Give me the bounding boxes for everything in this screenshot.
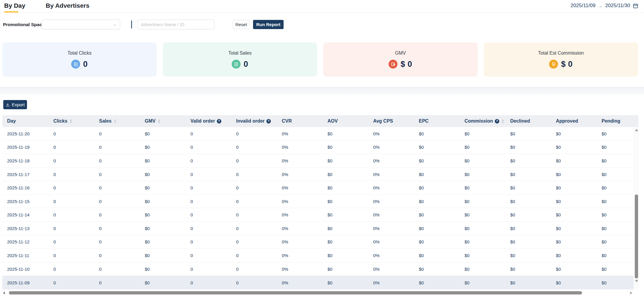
column-label: AOV	[327, 118, 338, 124]
row-cell: $0	[597, 239, 634, 244]
total-sales-value: 0	[244, 60, 248, 69]
row-cell: $0	[460, 199, 505, 204]
row-cell: $0	[551, 131, 597, 136]
total-clicks-card: Total Clicks 0	[2, 42, 157, 77]
row-cell: $0	[597, 267, 634, 272]
table-row[interactable]: 2025-11-1600$0000%$00%$0$0$0$0$0	[2, 181, 634, 195]
info-icon[interactable]: ?	[495, 119, 499, 123]
row-cell: $0	[551, 145, 597, 150]
table-row[interactable]: 2025-11-1400$0000%$00%$0$0$0$0$0	[2, 208, 634, 222]
total-sales-card: Total Sales 0	[163, 42, 317, 77]
row-cell: 0	[49, 185, 94, 190]
sort-icon[interactable]	[70, 119, 72, 123]
row-cell: 0	[94, 239, 140, 244]
calendar-icon[interactable]	[633, 3, 638, 9]
active-tab-underline	[4, 11, 18, 12]
row-cell: $0	[140, 158, 186, 163]
column-header-declined: Declined	[505, 118, 551, 124]
date-range-start: 2025/11/09	[570, 3, 595, 9]
row-day-cell: 2025-11-15	[2, 199, 49, 204]
advertisers-search-input[interactable]	[137, 20, 214, 29]
tab-by-advertisers[interactable]: By Advertisers	[46, 2, 89, 9]
scroll-right-arrow[interactable]	[630, 292, 632, 294]
table-row[interactable]: 2025-11-2000$0000%$00%$0$0$0$0$0	[2, 127, 634, 141]
row-cell: $0	[505, 145, 551, 150]
row-cell: 0	[49, 212, 94, 217]
row-cell: $0	[323, 145, 368, 150]
table-row[interactable]: 2025-11-1800$0000%$00%$0$0$0$0$0	[2, 154, 634, 168]
column-label: Clicks	[53, 118, 67, 124]
row-cell: 0	[231, 131, 277, 136]
row-cell: $0	[597, 172, 634, 177]
row-cell: 0%	[368, 267, 414, 272]
row-cell: $0	[505, 172, 551, 177]
column-header-sales[interactable]: Sales	[94, 118, 140, 124]
column-label: Pending	[602, 118, 620, 124]
row-cell: 0	[94, 226, 140, 231]
column-header-gmv[interactable]: GMV	[140, 118, 186, 124]
row-cell: $0	[460, 253, 505, 258]
table-row[interactable]: 2025-11-1700$0000%$00%$0$0$0$0$0	[2, 168, 634, 181]
row-cell: $0	[597, 199, 634, 204]
row-cell: 0	[186, 239, 231, 244]
column-header-commission[interactable]: Commission ?	[460, 118, 505, 124]
row-cell: 0	[231, 158, 277, 163]
row-cell: $0	[140, 253, 186, 258]
row-cell: $0	[414, 280, 460, 285]
row-cell: 0%	[277, 280, 323, 285]
vertical-scrollbar[interactable]	[635, 194, 638, 278]
scroll-left-arrow[interactable]	[3, 292, 5, 294]
row-cell: 0%	[368, 145, 414, 150]
chevron-down-icon	[113, 23, 117, 27]
table-row[interactable]: 2025-11-1100$0000%$00%$0$0$0$0$0	[2, 249, 634, 262]
column-header-avg-cps: Avg CPS	[368, 118, 414, 124]
export-label: Export	[12, 102, 25, 107]
sort-icon[interactable]	[114, 119, 116, 123]
horizontal-scrollbar[interactable]	[9, 291, 582, 294]
sort-icon[interactable]	[158, 119, 160, 123]
row-cell: 0	[231, 239, 277, 244]
row-day-cell: 2025-11-17	[2, 172, 49, 177]
row-cell: $0	[505, 185, 551, 190]
row-cell: $0	[551, 212, 597, 217]
row-cell: $0	[323, 267, 368, 272]
table-row[interactable]: 2025-11-1000$0000%$00%$0$0$0$0$0	[2, 262, 634, 276]
row-cell: 0	[186, 131, 231, 136]
table-row[interactable]: 2025-11-1200$0000%$00%$0$0$0$0$0	[2, 235, 634, 249]
export-button[interactable]: Export	[3, 100, 27, 109]
row-day-cell: 2025-11-16	[2, 185, 49, 190]
tabs-bar: By Day By Advertisers 2025/11/09 → 2025/…	[0, 0, 644, 13]
row-cell: $0	[597, 185, 634, 190]
scroll-down-arrow[interactable]	[635, 280, 638, 282]
tab-by-day[interactable]: By Day	[4, 2, 25, 9]
table-row[interactable]: 2025-11-1300$0000%$00%$0$0$0$0$0	[2, 222, 634, 235]
row-cell: 0%	[368, 212, 414, 217]
run-report-button[interactable]: Run Report	[253, 20, 284, 29]
row-cell: $0	[597, 158, 634, 163]
scroll-up-arrow[interactable]	[635, 129, 638, 131]
date-range-picker[interactable]: 2025/11/09 → 2025/11/30	[570, 3, 638, 9]
reset-button[interactable]: Reset	[233, 20, 249, 29]
row-cell: 0	[94, 172, 140, 177]
info-icon[interactable]: ?	[266, 119, 271, 123]
row-cell: 0%	[277, 158, 323, 163]
row-cell: $0	[551, 239, 597, 244]
row-cell: 0	[186, 280, 231, 285]
row-cell: 0%	[277, 172, 323, 177]
row-cell: $0	[460, 172, 505, 177]
sort-icon[interactable]	[502, 119, 504, 123]
row-cell: $0	[414, 145, 460, 150]
card-title: Total Est Commission	[538, 50, 584, 56]
promotional-spaces-select[interactable]	[42, 20, 120, 29]
row-day-cell: 2025-11-09	[2, 280, 49, 285]
table-row[interactable]: 2025-11-1500$0000%$00%$0$0$0$0$0	[2, 195, 634, 208]
row-cell: $0	[551, 172, 597, 177]
column-header-clicks[interactable]: Clicks	[49, 118, 94, 124]
row-cell: $0	[323, 131, 368, 136]
table-row[interactable]: 2025-11-1900$0000%$00%$0$0$0$0$0	[2, 141, 634, 154]
table-row[interactable]: 2025-11-0900$0000%$00%$0$0$0$0$0	[2, 276, 634, 289]
row-cell: 0	[231, 212, 277, 217]
row-cell: $0	[140, 131, 186, 136]
info-icon[interactable]: ?	[217, 119, 221, 123]
row-cell: 0	[49, 199, 94, 204]
